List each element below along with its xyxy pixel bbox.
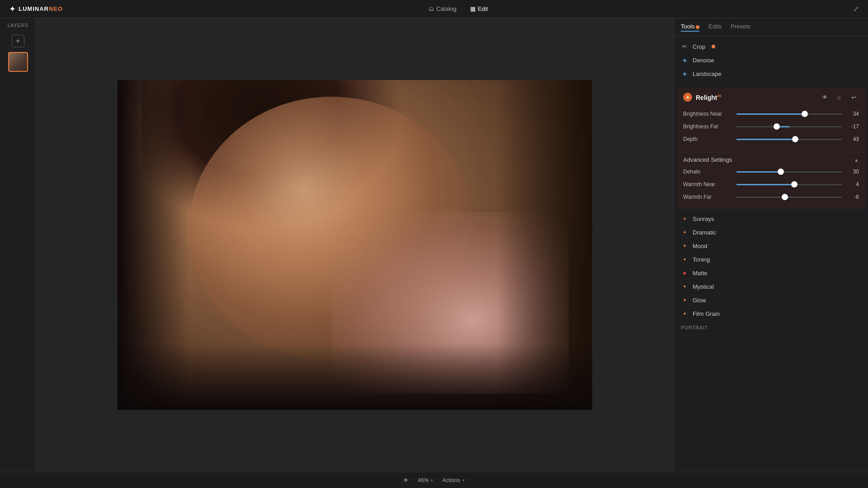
brightness-near-value: 34 (845, 111, 859, 117)
relight-title: RelightAI (696, 94, 816, 101)
actions-caret: ▾ (462, 478, 465, 483)
brightness-near-label: Brightness Near (683, 111, 733, 117)
tool-denoise[interactable]: ◈ Denoise (674, 53, 868, 67)
layers-panel: Layers + (0, 18, 36, 472)
right-panel: Tools Edits Presets ✂ Crop ◈ Denoise ◈ L… (674, 18, 868, 472)
relight-preview-button[interactable]: 👁 (819, 92, 830, 103)
relight-reset-button[interactable]: ⌂ (834, 92, 844, 103)
canvas-area (36, 18, 674, 472)
actions-button[interactable]: Actions ▾ (442, 477, 464, 483)
catalog-nav[interactable]: 🗂 Catalog (428, 5, 457, 12)
dehalo-row: Dehalo 30 (683, 168, 859, 176)
brightness-far-value: -17 (845, 123, 859, 130)
warmth-near-row: Warmth Near 4 (683, 180, 859, 188)
brightness-far-label: Brightness Far (683, 123, 733, 130)
brightness-far-row: Brightness Far -17 (683, 122, 859, 131)
crop-badge (712, 45, 715, 48)
advanced-settings-title: Advanced Settings (683, 156, 732, 163)
portrait-label: Portrait (674, 320, 868, 332)
tools-badge (696, 25, 699, 29)
landscape-icon: ◈ (681, 70, 688, 77)
mystical-icon: ✦ (681, 283, 688, 290)
film-grain-icon: ✦ (681, 310, 688, 317)
dehalo-slider[interactable] (736, 168, 842, 176)
crop-icon: ✂ (681, 43, 688, 50)
depth-row: Depth 43 (683, 135, 859, 143)
section-item-mood[interactable]: ✦ Mood (674, 239, 868, 253)
depth-slider[interactable] (736, 135, 842, 143)
warmth-near-slider[interactable] (736, 180, 842, 188)
tool-crop[interactable]: ✂ Crop (674, 40, 868, 53)
topbar: ✦ LUMINARNEO 🗂 Catalog ▦ Edit ⤢ (0, 0, 868, 18)
status-bar: 👁 46% ▾ Actions ▾ (0, 472, 868, 488)
tool-landscape[interactable]: ◈ Landscape (674, 67, 868, 80)
advanced-settings-chevron: ▲ (854, 157, 859, 163)
layer-thumbnail[interactable] (8, 52, 28, 72)
zoom-caret: ▾ (431, 478, 433, 483)
tab-presets[interactable]: Presets (731, 23, 750, 31)
catalog-icon: 🗂 (428, 5, 434, 12)
topbar-right: ⤢ (853, 5, 859, 13)
relight-action-buttons: 👁 ⌂ ↩ (819, 92, 859, 103)
tab-tools[interactable]: Tools (681, 23, 699, 31)
main-area: Layers + Tools Edits (0, 18, 868, 472)
panel-tabs: Tools Edits Presets (674, 18, 868, 36)
brightness-far-slider[interactable] (736, 122, 842, 131)
relight-ai-badge: AI (717, 94, 721, 98)
relight-panel: ✦ RelightAI 👁 ⌂ ↩ Brightness Near (677, 87, 865, 209)
warmth-far-value: -6 (845, 194, 859, 200)
relight-undo-button[interactable]: ↩ (848, 92, 859, 103)
tools-list: ✂ Crop ◈ Denoise ◈ Landscape (674, 36, 868, 84)
brightness-near-row: Brightness Near 34 (683, 110, 859, 118)
layers-title: Layers (8, 23, 28, 28)
zoom-control[interactable]: 46% ▾ (418, 477, 433, 483)
dramatic-icon: ✦ (681, 229, 688, 236)
bottom-tools-list: ✦ Sunrays ✦ Dramatic ✦ Mood ✦ Toning ■ M… (674, 212, 868, 472)
warmth-near-label: Warmth Near (683, 181, 733, 188)
section-item-sunrays[interactable]: ✦ Sunrays (674, 212, 868, 225)
app-logo: ✦ LUMINARNEO (9, 4, 63, 14)
warmth-far-label: Warmth Far (683, 194, 733, 200)
relight-header: ✦ RelightAI 👁 ⌂ ↩ (677, 87, 865, 107)
eye-icon: 👁 (403, 477, 409, 483)
tab-edits[interactable]: Edits (708, 23, 722, 31)
warmth-near-value: 4 (845, 181, 859, 188)
depth-value: 43 (845, 136, 859, 142)
relight-icon: ✦ (683, 93, 692, 102)
glow-icon: ✦ (681, 296, 688, 304)
main-sliders: Brightness Near 34 Brightness Far (677, 107, 865, 152)
section-item-film-grain[interactable]: ✦ Film Grain (674, 307, 868, 320)
visibility-toggle[interactable]: 👁 (403, 477, 409, 483)
warmth-far-slider[interactable] (736, 193, 842, 201)
denoise-icon: ◈ (681, 56, 688, 64)
mood-icon: ✦ (681, 242, 688, 249)
depth-label: Depth (683, 136, 733, 142)
advanced-settings-header[interactable]: Advanced Settings ▲ (683, 156, 859, 163)
dehalo-label: Dehalo (683, 169, 733, 175)
bg-dark-bottom (118, 344, 592, 410)
app-name: LUMINARNEO (19, 5, 63, 12)
topbar-nav: 🗂 Catalog ▦ Edit (428, 5, 488, 12)
photo-background (118, 80, 592, 410)
edit-nav[interactable]: ▦ Edit (470, 5, 488, 12)
photo-canvas (118, 80, 592, 410)
brightness-near-slider[interactable] (736, 110, 842, 118)
zoom-value: 46% (418, 477, 429, 483)
warmth-far-row: Warmth Far -6 (683, 193, 859, 201)
section-item-toning[interactable]: ✦ Toning (674, 253, 868, 266)
dehalo-value: 30 (845, 169, 859, 175)
section-item-matte[interactable]: ■ Matte (674, 266, 868, 280)
section-item-mystical[interactable]: ✦ Mystical (674, 280, 868, 293)
sunrays-icon: ✦ (681, 215, 688, 222)
section-item-dramatic[interactable]: ✦ Dramatic (674, 225, 868, 239)
edit-icon: ▦ (470, 5, 476, 12)
actions-label: Actions (442, 477, 460, 483)
advanced-settings-section: Advanced Settings ▲ Dehalo 30 (677, 152, 865, 209)
toning-icon: ✦ (681, 256, 688, 263)
matte-icon: ■ (681, 269, 688, 277)
add-layer-button[interactable]: + (12, 35, 24, 47)
section-item-glow[interactable]: ✦ Glow (674, 293, 868, 307)
